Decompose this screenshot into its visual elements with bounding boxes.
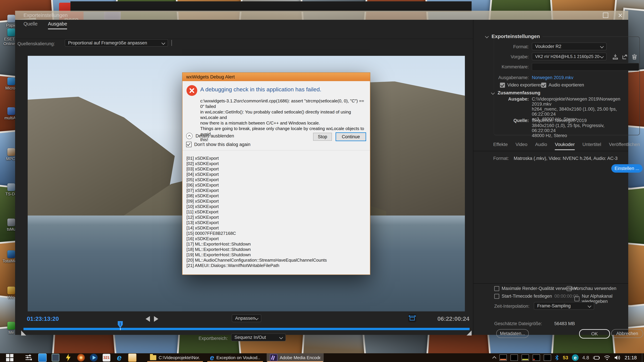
task-view-icon[interactable] <box>26 355 32 361</box>
start-timecode-checkbox[interactable] <box>494 294 499 299</box>
pane-splitter[interactable] <box>172 40 172 46</box>
encoder-tab[interactable]: Video <box>516 142 528 150</box>
in-point-handle[interactable] <box>21 331 26 336</box>
current-timecode[interactable]: 01:23:13:20 <box>27 316 59 322</box>
panel-header[interactable]: Exporteinstellungen <box>486 33 542 39</box>
desktop-app-icon[interactable] <box>38 354 46 362</box>
playhead-handle[interactable] <box>118 321 123 328</box>
stack-entry: [04] xSDKExport <box>186 172 368 177</box>
details-toggle[interactable]: Details ausblenden <box>186 133 234 139</box>
taskbar-button-media-encoder[interactable]: Adobe Media Encoder... <box>267 353 324 362</box>
desktop-icon-thumbnail <box>8 77 15 85</box>
nero-burning-icon[interactable] <box>77 354 85 362</box>
stack-trace-list[interactable]: [01] xSDKExport[02] xSDKExport[03] xSDKE… <box>186 156 368 273</box>
monitor-widget[interactable] <box>500 355 507 361</box>
tab-ausgabe[interactable]: Ausgabe <box>48 21 67 29</box>
time-interp-select[interactable]: Frame-Sampling <box>534 302 594 310</box>
use-preview-checkbox[interactable] <box>567 286 572 291</box>
wifi-icon[interactable] <box>604 355 610 360</box>
metadata-button[interactable]: Metadaten... <box>496 329 529 338</box>
max-quality-checkbox[interactable] <box>494 286 499 291</box>
alpha-only-checkbox[interactable] <box>574 296 580 301</box>
stop-button[interactable]: Stop <box>313 133 332 141</box>
start-timecode-label: Start-Timecode festlegen <box>502 294 552 299</box>
volume-icon[interactable] <box>614 355 621 361</box>
preset-select[interactable]: VK2 nV H264@HL5.1 2160p25 20-40... <box>532 53 606 60</box>
output-name-link[interactable]: Norwegen 2019.mkv <box>532 75 574 80</box>
monitor-widget[interactable] <box>510 355 518 361</box>
max-quality-label: Maximale Render-Qualität verwenden <box>502 286 578 291</box>
export-video-checkbox[interactable] <box>500 83 505 88</box>
configure-button[interactable]: Einstellen ... <box>611 164 642 173</box>
encoder-tab[interactable]: Effekte <box>493 142 508 150</box>
taskbar-button-explorer[interactable]: C:\Videoprojekte\Nor... <box>146 353 204 362</box>
power-icon[interactable] <box>593 355 600 361</box>
mpc-icon[interactable]: 321 <box>103 354 110 362</box>
export-audio-row: Audio exportieren <box>541 82 584 88</box>
show-desktop-button[interactable] <box>642 353 642 362</box>
comments-input[interactable] <box>532 63 639 71</box>
scheduler-icon[interactable] <box>128 354 136 362</box>
winamp-icon[interactable] <box>64 354 72 362</box>
usage-indicator[interactable]: 4.8 <box>582 355 589 361</box>
temp-indicator[interactable]: 53 <box>563 355 568 361</box>
sequence-duration: 06:22:00:24 <box>438 316 470 322</box>
taskbar: 321 e C:\Videoprojekte\Nor... e Exceptio… <box>0 353 644 362</box>
chevron-down-icon <box>600 44 604 48</box>
alert-titlebar[interactable]: wxWidgets Debug Alert <box>182 73 370 81</box>
stack-entry: [21] AMEUI::Dialogs::WarnIfNotWritableFi… <box>186 263 368 268</box>
window-title: Exporteinstellungen <box>24 12 68 18</box>
ok-button[interactable]: OK <box>579 329 610 339</box>
fit-to-width-button[interactable] <box>408 314 416 322</box>
monitor-widget[interactable] <box>533 355 540 361</box>
continue-button[interactable]: Continue <box>336 132 366 141</box>
app-grid-icon[interactable] <box>52 354 59 362</box>
desktop-icon-thumbnail <box>8 250 15 258</box>
scaling-value: Proportional auf Framegröße anpassen <box>68 40 147 45</box>
eset-antivirus-icon[interactable]: e <box>572 354 578 361</box>
encoder-tab[interactable]: Veröffentlichen <box>609 142 640 150</box>
bluetooth-icon[interactable] <box>555 355 559 361</box>
prev-frame-icon[interactable] <box>146 316 150 322</box>
close-icon[interactable]: × <box>618 13 622 17</box>
encoder-tab[interactable]: Voukoder <box>555 142 574 150</box>
encoder-tab[interactable]: Untertitel <box>582 142 601 150</box>
delete-preset-icon[interactable] <box>631 53 638 60</box>
desktop-icon-thumbnail <box>8 322 15 330</box>
scaling-select[interactable]: Proportional auf Framegröße anpassen <box>65 39 168 46</box>
stack-entry: [19] ML::ExporterHost::Shutdown <box>186 252 368 257</box>
tabs-separator <box>474 151 628 151</box>
desktop-icon-thumbnail <box>8 148 15 156</box>
save-preset-icon[interactable] <box>612 53 619 60</box>
monitor-widget[interactable] <box>544 355 551 361</box>
cancel-button[interactable]: Abbrechen <box>611 329 643 338</box>
dont-show-checkbox[interactable] <box>186 142 192 147</box>
tab-quelle[interactable]: Quelle <box>24 21 38 29</box>
encoder-tab[interactable]: Audio <box>535 142 547 150</box>
maximize-icon[interactable] <box>603 12 608 18</box>
internet-explorer-icon[interactable]: e <box>116 354 123 362</box>
taskbar-button-edge[interactable]: e Exception on Voukod... <box>206 353 264 362</box>
export-audio-checkbox[interactable] <box>541 83 546 88</box>
monitor-widget[interactable] <box>522 355 529 361</box>
start-button[interactable] <box>6 354 14 361</box>
dont-show-row: Don't show this dialog again <box>186 142 250 147</box>
timeline-bar[interactable] <box>24 328 470 330</box>
background-window-strip[interactable] <box>70 1 472 12</box>
format-select[interactable]: Voukoder R2 <box>532 42 606 50</box>
clock[interactable]: 21:18 <box>624 355 637 361</box>
tray-expand-icon[interactable] <box>492 356 496 360</box>
out-point-handle[interactable] <box>466 331 472 336</box>
summary-header[interactable]: Zusammenfassung <box>492 90 543 95</box>
collapse-circle-icon[interactable] <box>186 133 192 139</box>
chevron-collapse-icon <box>485 34 489 38</box>
preview-zoom-select[interactable]: Anpassen <box>232 314 261 322</box>
export-range-select[interactable]: Sequenz In/Out <box>231 334 286 341</box>
wx-debug-alert-dialog: wxWidgets Debug Alert A debugging check … <box>182 72 370 275</box>
media-player-icon[interactable] <box>90 354 98 362</box>
next-frame-icon[interactable] <box>154 316 158 322</box>
desktop-icon-thumbnail <box>8 287 15 294</box>
import-preset-icon[interactable] <box>622 53 628 60</box>
window-titlebar[interactable]: Exporteinstellungen × <box>15 11 628 20</box>
stack-entry: [07] xSDKExport <box>186 188 368 193</box>
